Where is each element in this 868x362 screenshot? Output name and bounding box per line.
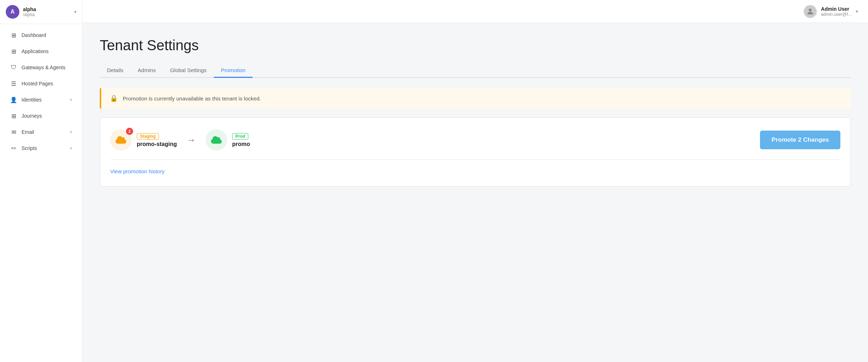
warning-text: Promotion is currently unavailable as th… — [123, 95, 261, 102]
changes-badge: 2 — [126, 128, 133, 135]
user-menu[interactable]: Admin User admin.user@f... ▾ — [804, 5, 858, 18]
page-content: Tenant Settings Details Admins Global Se… — [83, 23, 868, 362]
hosted-pages-icon: ☰ — [10, 80, 17, 87]
tenant-chevron-icon: ▾ — [74, 9, 76, 14]
sidebar-item-gateways-agents[interactable]: 🛡 Gateways & Agents — [3, 60, 79, 75]
tenant-info: alpha /alpha — [23, 6, 71, 17]
view-history-link[interactable]: View promotion history — [110, 168, 164, 174]
promote-button[interactable]: Promote 2 Changes — [760, 131, 840, 149]
topbar: Admin User admin.user@f... ▾ — [83, 0, 868, 23]
sidebar-item-label: Identities — [22, 97, 66, 103]
tenant-name: alpha — [23, 6, 71, 12]
scripts-icon: <> — [10, 145, 17, 152]
sidebar-item-label: Email — [22, 129, 66, 135]
dest-env-block: Prod promo — [206, 129, 250, 151]
gateways-icon: 🛡 — [10, 64, 17, 71]
sidebar-item-scripts[interactable]: <> Scripts ▾ — [3, 140, 79, 156]
dest-env-name: promo — [232, 141, 250, 147]
tab-admins[interactable]: Admins — [131, 64, 163, 78]
source-env-info: Staging promo-staging — [137, 133, 177, 147]
tenant-path: /alpha — [23, 12, 71, 17]
sidebar-item-label: Applications — [22, 48, 72, 54]
user-name: Admin User — [821, 6, 851, 12]
sidebar-nav: ⊞ Dashboard ⊞ Applications 🛡 Gateways & … — [0, 24, 82, 362]
dest-env-icon-wrapper — [206, 129, 227, 151]
dashboard-icon: ⊞ — [10, 32, 17, 39]
user-chevron-icon: ▾ — [856, 9, 858, 14]
tab-promotion[interactable]: Promotion — [214, 64, 253, 78]
sidebar-item-label: Gateways & Agents — [22, 65, 72, 70]
sidebar-item-dashboard[interactable]: ⊞ Dashboard — [3, 27, 79, 43]
sidebar-item-label: Journeys — [22, 113, 72, 119]
svg-point-0 — [809, 9, 812, 11]
page-title: Tenant Settings — [100, 37, 851, 53]
source-env-block: 2 Staging promo-staging — [110, 129, 177, 151]
sidebar-item-identities[interactable]: 👤 Identities ▾ — [3, 92, 79, 108]
tenant-avatar: A — [6, 5, 19, 19]
sidebar-item-journeys[interactable]: ⊞ Journeys — [3, 108, 79, 124]
user-email: admin.user@f... — [821, 12, 851, 17]
journeys-icon: ⊞ — [10, 112, 17, 119]
identities-icon: 👤 — [10, 96, 17, 103]
applications-icon: ⊞ — [10, 48, 17, 55]
sidebar-item-label: Scripts — [22, 145, 66, 151]
promotion-arrow-icon: → — [187, 135, 196, 145]
dest-env-badge: Prod — [232, 133, 248, 140]
tab-details[interactable]: Details — [100, 64, 131, 78]
main-area: Admin User admin.user@f... ▾ Tenant Sett… — [83, 0, 868, 362]
warning-banner: 🔒 Promotion is currently unavailable as … — [100, 88, 851, 109]
lock-icon: 🔒 — [110, 94, 118, 102]
sidebar-item-hosted-pages[interactable]: ☰ Hosted Pages — [3, 76, 79, 91]
tabs: Details Admins Global Settings Promotion — [100, 64, 851, 78]
source-env-icon-wrapper: 2 — [110, 129, 132, 151]
source-env-name: promo-staging — [137, 141, 177, 147]
sidebar: A alpha /alpha ▾ ⊞ Dashboard ⊞ Applicati… — [0, 0, 83, 362]
identities-chevron-icon: ▾ — [70, 98, 72, 102]
dest-env-info: Prod promo — [232, 133, 250, 147]
sidebar-header[interactable]: A alpha /alpha ▾ — [0, 0, 82, 24]
user-text: Admin User admin.user@f... — [821, 6, 851, 17]
dest-env-icon-bg — [206, 129, 227, 151]
tab-global-settings[interactable]: Global Settings — [163, 64, 214, 78]
user-avatar-icon — [804, 5, 817, 18]
sidebar-item-label: Hosted Pages — [22, 81, 72, 86]
email-chevron-icon: ▾ — [70, 130, 72, 135]
promotion-flow: 2 Staging promo-staging → — [110, 129, 840, 151]
scripts-chevron-icon: ▾ — [70, 146, 72, 151]
card-divider — [110, 159, 840, 160]
source-env-badge: Staging — [137, 133, 159, 140]
sidebar-item-applications[interactable]: ⊞ Applications — [3, 43, 79, 59]
sidebar-item-label: Dashboard — [22, 32, 72, 38]
email-icon: ✉ — [10, 128, 17, 136]
promotion-card: 2 Staging promo-staging → — [100, 117, 851, 187]
sidebar-item-email[interactable]: ✉ Email ▾ — [3, 124, 79, 140]
